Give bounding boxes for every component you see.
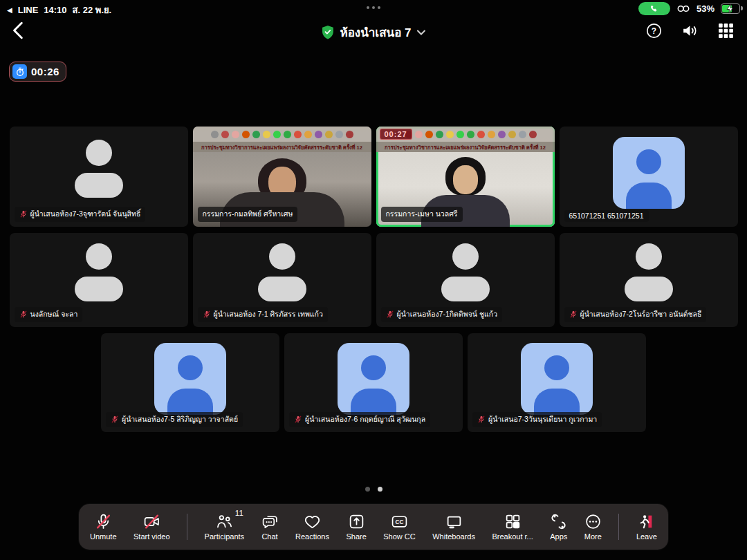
chat-icon [261,513,279,530]
participant-name: ผู้นำเสนอห้อง7-1กิตติพจน์ ชูแก้ว [397,308,498,320]
org-logo-icon [436,131,443,138]
org-logo-icon [508,131,516,138]
toolbar-item-label: Show CC [383,532,415,541]
status-left[interactable]: ◀ LINE 14:10 ส. 22 พ.ย. [7,3,111,17]
participant-name-tag: ผู้นำเสนอห้อง7-6 กฤตย์ญาณี สุวัฒนกุล [289,412,430,427]
participant-tile[interactable]: ผู้นำเสนอห้อง7-2โนร์อารีซา อนันต์ชลธี [560,233,738,327]
participant-name-tag: ผู้นำเสนอห้อง7-5 สิริภิญญา วาจาสัตย์ [106,412,243,427]
audio-output-button[interactable] [681,22,699,39]
org-logo-icon [529,131,537,138]
org-logo-icon [415,131,423,138]
status-right: 53% [638,2,740,15]
more-button[interactable]: More [584,513,602,541]
mic-off-icon [386,310,394,319]
participant-tile[interactable]: 651071251 651071251 [560,127,738,227]
back-button[interactable] [10,20,28,44]
mic-off-icon [111,415,119,424]
participant-name: ผู้นำเสนอห้อง7-2โนร์อารีซา อนันต์ชลธี [580,308,702,320]
participant-name: ผู้นำเสนอห้อง7-5 สิริภิญญา วาจาสัตย์ [122,413,238,425]
chat-button[interactable]: Chat [261,513,279,541]
participant-tile[interactable]: ผู้นำเสนอ7-3วันนุรเดียนา กูเวกามา [468,333,646,432]
participant-tile[interactable]: ผู้นำเสนอห้อง7-1กิตติพจน์ ชูแก้ว [376,233,555,327]
phone-icon [649,4,658,13]
more-icon [584,513,602,530]
grid-view-icon [717,22,735,39]
leave-button[interactable]: Leave [636,513,657,541]
page-dot [365,487,370,492]
person-avatar-gray-icon [611,238,687,315]
whiteboards-button[interactable]: Whiteboards [432,513,475,541]
banner-logos-row [193,127,371,142]
toolbar-item-label: Share [346,532,366,541]
org-logo-icon [325,131,333,138]
page-indicator [0,487,747,492]
participant-tile[interactable]: ผู้นำเสนอห้อง7-5 สิริภิญญา วาจาสัตย์ [101,333,279,432]
apps-icon [550,513,567,530]
help-button[interactable]: ? [645,22,663,39]
participant-tile[interactable]: การประชุมทางวิชาการและเผยแพร่ผลงานวิจัยค… [193,127,371,227]
meeting-title-button[interactable]: ห้องนำเสนอ 7 [321,23,425,41]
participant-name: กรรมการ-เมษา นวลศรี [386,208,458,220]
start-video-button[interactable]: Start video [133,513,170,541]
toolbar-divider [187,514,187,540]
participant-tile[interactable]: ผู้นำเสนอห้อง 7-1 ศิรภัสรร เทพแก้ว [193,233,371,327]
org-logo-icon [315,131,322,138]
participants-count-badge: 11 [235,509,243,517]
unmute-button[interactable]: Unmute [90,513,117,541]
toolbar-divider [618,514,619,540]
share-button[interactable]: Share [346,513,366,541]
reactions-button[interactable]: Reactions [295,513,329,541]
person-avatar-blue-icon [613,137,685,209]
participants-icon: 11 [216,513,233,530]
banner-text: การประชุมทางวิชาการและเผยแพร่ผลงานวิจัยค… [193,142,371,152]
apps-button[interactable]: Apps [550,513,567,541]
whiteboards-icon [445,513,463,530]
gallery-view-button[interactable] [717,22,735,39]
participant-tile[interactable]: การประชุมทางวิชาการและเผยแพร่ผลงานวิจัยค… [376,127,555,227]
person-avatar-blue-icon [521,343,593,415]
participant-grid: ผู้นำเสนอห้อง7-3จุฑารัตน์ จันนุสิทธิ์การ… [0,127,747,432]
mic-off-icon [19,209,28,218]
toolbar-item-label: More [584,532,602,541]
participant-name: นงลักษณ์ จะลา [30,308,78,320]
participant-name: 651071251 651071251 [569,212,644,220]
tile-timer-badge: 00:27 [380,129,412,140]
participant-name-tag: กรรมการ-เมษา นวลศรี [381,207,463,222]
participant-name-tag: ผู้นำเสนอห้อง7-2โนร์อารีซา อนันต์ชลธี [564,307,707,322]
toolbar-item-label: Unmute [90,532,117,541]
org-logo-icon [456,131,464,138]
org-logo-icon [335,131,343,138]
org-logo-icon [304,131,312,138]
participant-tile[interactable]: ผู้นำเสนอห้อง7-3จุฑารัตน์ จันนุสิทธิ์ [10,127,188,227]
status-date: ส. 22 พ.ย. [73,3,112,17]
meeting-timer-badge[interactable]: 00:26 [9,62,66,82]
org-logo-icon [211,131,219,138]
meeting-title: ห้องนำเสนอ 7 [340,23,411,41]
battery-charging-icon [721,3,740,14]
org-logo-icon [294,131,302,138]
org-logo-icon [284,131,291,138]
participants-button[interactable]: 11Participants [205,513,244,541]
participant-tile[interactable]: นงลักษณ์ จะลา [10,233,188,327]
mic-off-icon [19,310,28,319]
active-call-pill[interactable] [638,2,670,15]
participant-tile[interactable]: ผู้นำเสนอห้อง7-6 กฤตย์ญาณี สุวัฒนกุล [284,333,463,432]
participant-name-tag: ผู้นำเสนอห้อง7-3จุฑารัตน์ จันนุสิทธิ์ [15,207,146,222]
toolbar-item-label: Chat [261,532,277,541]
show-cc-button[interactable]: CCShow CC [383,513,415,541]
mic-off-icon [569,310,578,319]
breakout-r-button[interactable]: Breakout r... [492,513,533,541]
svg-text:CC: CC [396,519,404,525]
participant-name: ผู้นำเสนอ7-3วันนุรเดียนา กูเวกามา [488,413,597,425]
org-logo-icon [477,131,485,138]
participant-name: ผู้นำเสนอห้อง 7-1 ศิรภัสรร เทพแก้ว [214,308,323,320]
show-cc-icon: CC [391,513,408,530]
toolbar: UnmuteStart video11ParticipantsChatReact… [79,504,668,550]
reactions-icon [304,513,321,530]
timer-value: 00:26 [31,66,59,77]
org-logo-icon [232,131,239,138]
verified-shield-icon [321,25,334,39]
conference-banner: การประชุมทางวิชาการและเผยแพร่ผลงานวิจัยค… [193,127,371,152]
battery-percent: 53% [697,3,714,14]
person-avatar-gray-icon [427,238,504,315]
